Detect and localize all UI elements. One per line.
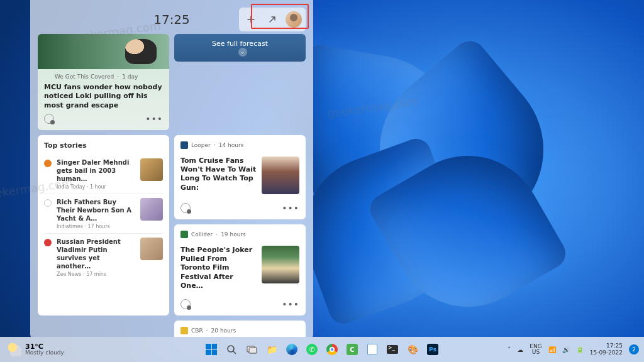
weather-icon — [8, 343, 21, 356]
source-icon — [180, 327, 188, 334]
taskbar-center: 📁 ✆ C >_ 🎨 Ps — [203, 341, 441, 358]
top-story-item[interactable]: Russian President Vladimir Putin survive… — [44, 234, 163, 281]
news-thumbnail — [262, 246, 299, 283]
source-icon — [44, 160, 52, 167]
source-icon — [44, 239, 52, 246]
camtasia-button[interactable]: C — [343, 341, 361, 358]
react-icon[interactable] — [44, 114, 54, 124]
news-headline: MCU fans wonder how nobody noticed Loki … — [44, 83, 163, 110]
task-view-button[interactable] — [243, 341, 260, 358]
news-thumbnail — [38, 34, 169, 69]
profile-avatar-button[interactable] — [284, 10, 303, 29]
volume-icon[interactable]: 🔊 — [562, 346, 570, 353]
chevron-down-icon: ⌄ — [238, 48, 247, 57]
wifi-icon[interactable]: 📶 — [548, 346, 556, 353]
add-widget-button[interactable] — [242, 10, 260, 29]
notepad-button[interactable] — [364, 341, 381, 358]
clock-button[interactable]: 17:2515-09-2022 — [590, 343, 623, 356]
forecast-card[interactable]: See full forecast⌄ — [174, 34, 306, 62]
terminal-button[interactable]: >_ — [384, 341, 401, 358]
taskbar: 31°CMostly cloudy 📁 ✆ C >_ 🎨 Ps ˄ ☁ ENGU… — [0, 337, 644, 362]
notifications-badge[interactable]: 2 — [629, 344, 639, 354]
widgets-header: 17:25 — [38, 5, 306, 34]
react-icon[interactable] — [180, 203, 191, 213]
battery-icon[interactable]: 🔋 — [576, 346, 584, 353]
photoshop-button[interactable]: Ps — [424, 341, 441, 358]
source-icon — [180, 141, 188, 149]
more-icon[interactable]: ••• — [145, 114, 163, 124]
story-thumbnail — [140, 198, 163, 221]
react-icon[interactable] — [180, 299, 191, 309]
file-explorer-button[interactable]: 📁 — [263, 341, 280, 358]
top-story-item[interactable]: Singer Daler Mehndi gets bail in 2003 hu… — [44, 155, 163, 194]
more-icon[interactable]: ••• — [282, 203, 299, 213]
svg-rect-2 — [249, 348, 257, 353]
search-button[interactable] — [223, 341, 240, 358]
news-headline: Tom Cruise Fans Won't Have To Wait Long … — [180, 156, 257, 192]
svg-point-0 — [228, 346, 234, 352]
more-icon[interactable]: ••• — [282, 299, 299, 309]
language-button[interactable]: ENGUS — [530, 344, 541, 355]
widgets-clock: 17:25 — [153, 12, 190, 27]
chrome-button[interactable] — [323, 341, 341, 358]
source-icon — [180, 231, 188, 238]
story-thumbnail — [140, 238, 163, 260]
paint-button[interactable]: 🎨 — [404, 341, 421, 358]
story-thumbnail — [140, 158, 163, 181]
start-button[interactable] — [203, 341, 220, 358]
source-icon — [44, 73, 52, 80]
taskbar-weather[interactable]: 31°CMostly cloudy — [0, 343, 72, 356]
news-headline: The People's Joker Pulled From Toronto F… — [180, 246, 257, 290]
news-thumbnail — [262, 156, 299, 194]
news-card-tom-cruise[interactable]: Looper · 14 hours Tom Cruise Fans Won't … — [174, 135, 306, 219]
tray-chevron-icon[interactable]: ˄ — [508, 346, 511, 353]
onedrive-tray-icon[interactable]: ☁ — [517, 346, 523, 353]
top-stories-title: Top stories — [44, 141, 163, 150]
edge-button[interactable] — [283, 341, 301, 358]
news-card-joker[interactable]: Collider · 19 hours The People's Joker P… — [174, 224, 306, 315]
whatsapp-button[interactable]: ✆ — [303, 341, 321, 358]
top-stories-card: Top stories Singer Daler Mehndi gets bai… — [38, 135, 169, 315]
news-card-mcu[interactable]: We Got This Covered · 1 day MCU fans won… — [38, 34, 169, 130]
expand-widgets-button[interactable] — [263, 10, 282, 29]
source-icon — [44, 199, 52, 207]
widgets-panel: 17:25 We Got This Covered · 1 day MCU fa… — [30, 0, 313, 339]
taskbar-tray: ˄ ☁ ENGUS 📶 🔊 🔋 17:2515-09-2022 2 — [508, 343, 644, 356]
top-story-item[interactable]: Rich Fathers Buy Their Newborn Son A Yac… — [44, 194, 163, 234]
